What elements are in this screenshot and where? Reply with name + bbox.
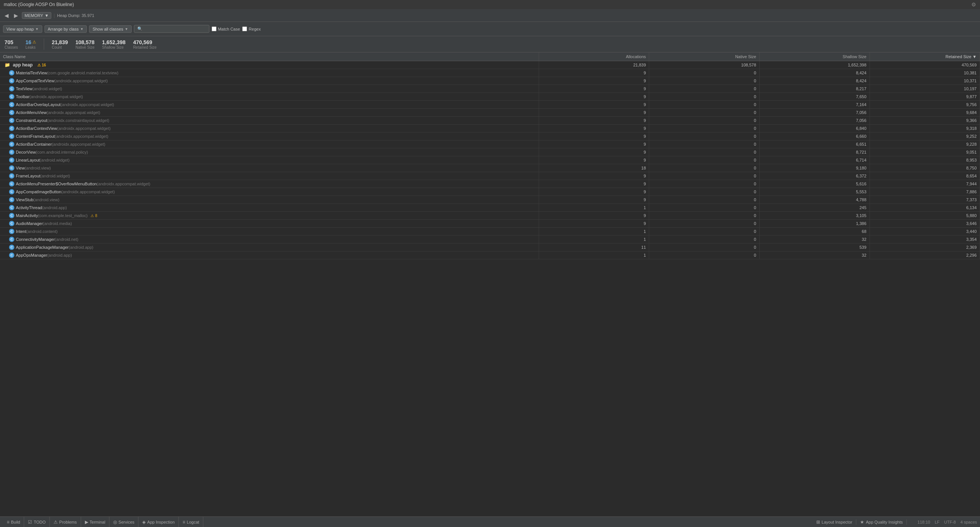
nav-forward-button[interactable]: ▶ bbox=[13, 12, 20, 19]
row-retained: 9,228 bbox=[869, 141, 980, 149]
gear-icon[interactable]: ⚙ bbox=[971, 2, 976, 8]
bottom-tab-logcat[interactable]: ≡Logcat bbox=[179, 517, 203, 527]
table-row[interactable]: CView (android.view)1809,1808,750 bbox=[0, 164, 980, 172]
table-row[interactable]: CLinearLayout (android.widget)906,7148,9… bbox=[0, 156, 980, 164]
bottom-tab-todo[interactable]: ☑TODO bbox=[24, 517, 50, 527]
row-shallow: 245 bbox=[759, 204, 869, 212]
bottom-tab-right-layout-inspector[interactable]: ⊞Layout Inspector bbox=[813, 519, 856, 525]
table-row[interactable]: CAppOpsManager (android.app)10322,296 bbox=[0, 251, 980, 259]
table-row[interactable]: CContentFrameLayout (androidx.appcompat.… bbox=[0, 133, 980, 141]
tab-label-right: Layout Inspector bbox=[822, 520, 852, 524]
row-alloc: 9 bbox=[539, 93, 649, 101]
table-row[interactable]: CDecorView (com.android.internal.policy)… bbox=[0, 149, 980, 156]
class-name-primary: TextView bbox=[16, 86, 32, 91]
class-icon: C bbox=[9, 78, 14, 83]
view-app-heap-button[interactable]: View app heap ▼ bbox=[3, 25, 42, 33]
class-icon: C bbox=[9, 229, 14, 234]
tab-label: Logcat bbox=[187, 520, 199, 524]
status-indent: 4 spaces bbox=[960, 520, 977, 524]
tab-label: Build bbox=[11, 520, 20, 524]
class-name-secondary: (androidx.appcompat.widget) bbox=[61, 190, 115, 194]
table-row[interactable]: CAudioManager (android.media)901,3863,64… bbox=[0, 220, 980, 228]
class-name-primary: ActivityThread bbox=[16, 205, 42, 210]
retained-size-value: 470,569 bbox=[133, 39, 153, 45]
retained-size-stat: 470,569 Retained Size bbox=[133, 39, 156, 50]
tab-icon: ◎ bbox=[113, 519, 117, 525]
class-name-secondary: (androidx.appcompat.widget) bbox=[47, 110, 100, 115]
table-row[interactable]: CConnectivityManager (android.net)10323,… bbox=[0, 236, 980, 243]
row-shallow: 8,424 bbox=[759, 69, 869, 77]
heap-dump-label: Heap Dump: 35.971 bbox=[57, 13, 94, 18]
table-row[interactable]: CActionBarContextView (androidx.appcompa… bbox=[0, 125, 980, 133]
table-row[interactable]: CMaterialTextView (com.google.android.ma… bbox=[0, 69, 980, 77]
memory-dropdown[interactable]: MEMORY ▼ bbox=[22, 12, 51, 19]
bottom-tab-problems[interactable]: ⚠Problems bbox=[50, 517, 81, 527]
class-name-secondary: (android.content) bbox=[26, 229, 58, 234]
search-icon: 🔍 bbox=[137, 26, 143, 31]
show-all-classes-label: Show all classes bbox=[92, 27, 123, 31]
table-row[interactable]: CViewStub (android.view)904,7887,373 bbox=[0, 196, 980, 204]
table-row[interactable]: CApplicationPackageManager (android.app)… bbox=[0, 243, 980, 251]
class-name-primary: ContentFrameLayout bbox=[16, 134, 55, 139]
row-shallow: 7,056 bbox=[759, 117, 869, 125]
heap-warning-count: 16 bbox=[42, 63, 46, 67]
match-case-group[interactable]: Match Case bbox=[212, 26, 240, 31]
bottom-tab-app-inspection[interactable]: ◈App Inspection bbox=[138, 517, 179, 527]
regex-group[interactable]: Regex bbox=[242, 26, 261, 31]
table-row[interactable]: CMainActivity (com.example.test_malloc)⚠… bbox=[0, 212, 980, 220]
nav-back-button[interactable]: ◀ bbox=[3, 12, 10, 19]
table-row[interactable]: CIntent (android.content)10683,440 bbox=[0, 228, 980, 236]
window-title: malloc (Google AOSP On Blueline) bbox=[4, 2, 74, 7]
row-retained: 8,654 bbox=[869, 172, 980, 180]
class-name-secondary: (android.view) bbox=[25, 166, 51, 170]
table-row[interactable]: CActionBarContainer (androidx.appcompat.… bbox=[0, 141, 980, 149]
table-row[interactable]: CActivityThread (android.app)102456,134 bbox=[0, 204, 980, 212]
bottom-tab-right-app-quality-insights[interactable]: ★App Quality Insights bbox=[856, 519, 907, 525]
regex-checkbox[interactable] bbox=[242, 26, 247, 31]
heap-row[interactable]: 📁 app heap ⚠ 16 21,839 108,578 1,652,398… bbox=[0, 61, 980, 69]
col-allocations[interactable]: Allocations bbox=[539, 53, 649, 61]
col-retained-size[interactable]: Retained Size ▼ bbox=[869, 53, 980, 61]
table-row[interactable]: CConstraintLayout (androidx.constraintla… bbox=[0, 117, 980, 125]
classes-label: Classes bbox=[5, 45, 18, 50]
arrange-by-class-button[interactable]: Arrange by class ▼ bbox=[45, 25, 87, 33]
bottom-tab-build[interactable]: ≡Build bbox=[3, 517, 24, 527]
row-retained: 9,318 bbox=[869, 125, 980, 133]
shallow-size-value: 1,652,398 bbox=[102, 39, 126, 45]
bottom-tab-terminal[interactable]: ▶Terminal bbox=[81, 517, 110, 527]
row-retained: 2,296 bbox=[869, 251, 980, 259]
class-name-primary: FrameLayout bbox=[16, 174, 40, 178]
status-right: ⊞Layout Inspector★App Quality Insights 1… bbox=[813, 519, 977, 525]
tab-label-right: App Quality Insights bbox=[866, 520, 903, 524]
table-row[interactable]: CAppCompatImageButton (androidx.appcompa… bbox=[0, 188, 980, 196]
show-all-classes-button[interactable]: Show all classes ▼ bbox=[89, 25, 131, 33]
table-container[interactable]: Class Name Allocations Native Size Shall… bbox=[0, 53, 980, 516]
table-row[interactable]: CActionMenuPresenter$OverflowMenuButton … bbox=[0, 180, 980, 188]
table-row[interactable]: CAppCompatTextView (androidx.appcompat.w… bbox=[0, 77, 980, 85]
row-native: 0 bbox=[649, 212, 759, 220]
row-retained: 10,371 bbox=[869, 77, 980, 85]
col-shallow-size[interactable]: Shallow Size bbox=[759, 53, 869, 61]
shallow-size-stat: 1,652,398 Shallow Size bbox=[102, 39, 126, 50]
search-box[interactable]: 🔍 bbox=[134, 25, 209, 33]
table-row[interactable]: CFrameLayout (android.widget)906,3728,65… bbox=[0, 172, 980, 180]
row-alloc: 9 bbox=[539, 117, 649, 125]
tab-icon: ▶ bbox=[85, 519, 88, 525]
table-row[interactable]: CActionMenuView (androidx.appcompat.widg… bbox=[0, 109, 980, 117]
row-native: 0 bbox=[649, 125, 759, 133]
search-input[interactable] bbox=[144, 27, 206, 31]
table-row[interactable]: CActionBarOverlayLayout (androidx.appcom… bbox=[0, 101, 980, 109]
row-shallow: 32 bbox=[759, 236, 869, 243]
table-row[interactable]: CToolbar (androidx.appcompat.widget)907,… bbox=[0, 93, 980, 101]
match-case-checkbox[interactable] bbox=[212, 26, 216, 31]
class-name-primary: ActionBarContextView bbox=[16, 126, 57, 131]
class-name-secondary: (com.android.internal.policy) bbox=[36, 150, 88, 154]
table-row[interactable]: CTextView (android.widget)908,21710,197 bbox=[0, 85, 980, 93]
row-native: 0 bbox=[649, 69, 759, 77]
col-native-size[interactable]: Native Size bbox=[649, 53, 759, 61]
col-class-name[interactable]: Class Name bbox=[0, 53, 539, 61]
row-retained: 5,880 bbox=[869, 212, 980, 220]
row-shallow: 5,616 bbox=[759, 180, 869, 188]
row-shallow: 1,386 bbox=[759, 220, 869, 228]
bottom-tab-services[interactable]: ◎Services bbox=[110, 517, 138, 527]
